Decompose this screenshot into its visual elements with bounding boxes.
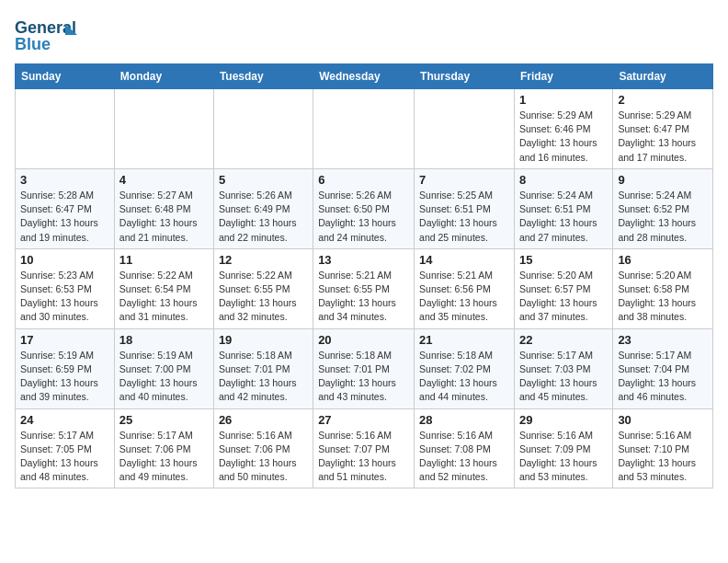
calendar-cell: 6Sunrise: 5:26 AM Sunset: 6:50 PM Daylig… (313, 168, 415, 248)
calendar-cell: 30Sunrise: 5:16 AM Sunset: 7:10 PM Dayli… (613, 408, 713, 488)
day-number: 20 (318, 333, 409, 347)
day-info: Sunrise: 5:26 AM Sunset: 6:50 PM Dayligh… (318, 189, 409, 245)
day-number: 18 (119, 333, 209, 347)
page-header: GeneralBlue (15, 15, 713, 56)
week-row-3: 10Sunrise: 5:23 AM Sunset: 6:53 PM Dayli… (16, 248, 713, 328)
weekday-header-friday: Friday (514, 64, 612, 89)
week-row-4: 17Sunrise: 5:19 AM Sunset: 6:59 PM Dayli… (16, 328, 713, 408)
day-info: Sunrise: 5:29 AM Sunset: 6:47 PM Dayligh… (618, 109, 708, 165)
day-number: 25 (119, 413, 209, 427)
calendar-cell: 7Sunrise: 5:25 AM Sunset: 6:51 PM Daylig… (415, 168, 515, 248)
calendar-cell: 26Sunrise: 5:16 AM Sunset: 7:06 PM Dayli… (213, 408, 313, 488)
day-number: 19 (219, 333, 308, 347)
weekday-header-monday: Monday (114, 64, 213, 89)
weekday-header-thursday: Thursday (415, 64, 515, 89)
weekday-header-sunday: Sunday (16, 64, 115, 89)
day-info: Sunrise: 5:21 AM Sunset: 6:55 PM Dayligh… (318, 269, 409, 325)
day-number: 10 (20, 253, 109, 267)
day-number: 21 (419, 333, 509, 347)
logo-icon: GeneralBlue (15, 15, 79, 56)
day-info: Sunrise: 5:17 AM Sunset: 7:06 PM Dayligh… (119, 429, 209, 485)
calendar-cell: 11Sunrise: 5:22 AM Sunset: 6:54 PM Dayli… (114, 248, 213, 328)
calendar-cell (16, 89, 115, 169)
calendar-cell: 25Sunrise: 5:17 AM Sunset: 7:06 PM Dayli… (114, 408, 213, 488)
calendar-cell: 21Sunrise: 5:18 AM Sunset: 7:02 PM Dayli… (415, 328, 515, 408)
day-number: 4 (119, 173, 209, 187)
day-info: Sunrise: 5:19 AM Sunset: 6:59 PM Dayligh… (20, 349, 109, 405)
day-info: Sunrise: 5:18 AM Sunset: 7:02 PM Dayligh… (419, 349, 509, 405)
day-number: 13 (318, 253, 409, 267)
calendar-cell: 1Sunrise: 5:29 AM Sunset: 6:46 PM Daylig… (514, 89, 612, 169)
day-number: 17 (20, 333, 109, 347)
calendar-cell: 2Sunrise: 5:29 AM Sunset: 6:47 PM Daylig… (613, 89, 713, 169)
day-info: Sunrise: 5:17 AM Sunset: 7:05 PM Dayligh… (20, 429, 109, 485)
weekday-header-tuesday: Tuesday (213, 64, 313, 89)
calendar-cell: 3Sunrise: 5:28 AM Sunset: 6:47 PM Daylig… (16, 168, 115, 248)
day-number: 22 (519, 333, 608, 347)
calendar-cell: 23Sunrise: 5:17 AM Sunset: 7:04 PM Dayli… (613, 328, 713, 408)
day-number: 30 (618, 413, 708, 427)
day-number: 3 (20, 173, 109, 187)
calendar-cell: 4Sunrise: 5:27 AM Sunset: 6:48 PM Daylig… (114, 168, 213, 248)
day-info: Sunrise: 5:26 AM Sunset: 6:49 PM Dayligh… (219, 189, 308, 245)
calendar-cell: 22Sunrise: 5:17 AM Sunset: 7:03 PM Dayli… (514, 328, 612, 408)
day-info: Sunrise: 5:24 AM Sunset: 6:51 PM Dayligh… (519, 189, 608, 245)
week-row-2: 3Sunrise: 5:28 AM Sunset: 6:47 PM Daylig… (16, 168, 713, 248)
calendar-cell: 10Sunrise: 5:23 AM Sunset: 6:53 PM Dayli… (16, 248, 115, 328)
logo: GeneralBlue (15, 15, 79, 56)
day-info: Sunrise: 5:29 AM Sunset: 6:46 PM Dayligh… (519, 109, 608, 165)
calendar: SundayMondayTuesdayWednesdayThursdayFrid… (15, 63, 713, 488)
day-info: Sunrise: 5:27 AM Sunset: 6:48 PM Dayligh… (119, 189, 209, 245)
day-info: Sunrise: 5:16 AM Sunset: 7:07 PM Dayligh… (318, 429, 409, 485)
calendar-body: 1Sunrise: 5:29 AM Sunset: 6:46 PM Daylig… (16, 89, 713, 488)
day-info: Sunrise: 5:23 AM Sunset: 6:53 PM Dayligh… (20, 269, 109, 325)
weekday-header-wednesday: Wednesday (313, 64, 415, 89)
day-info: Sunrise: 5:16 AM Sunset: 7:09 PM Dayligh… (519, 429, 608, 485)
calendar-cell: 20Sunrise: 5:18 AM Sunset: 7:01 PM Dayli… (313, 328, 415, 408)
day-number: 16 (618, 253, 708, 267)
svg-text:Blue: Blue (15, 35, 51, 53)
day-info: Sunrise: 5:22 AM Sunset: 6:55 PM Dayligh… (219, 269, 308, 325)
calendar-cell: 27Sunrise: 5:16 AM Sunset: 7:07 PM Dayli… (313, 408, 415, 488)
day-info: Sunrise: 5:22 AM Sunset: 6:54 PM Dayligh… (119, 269, 209, 325)
weekday-header-saturday: Saturday (613, 64, 713, 89)
day-number: 7 (419, 173, 509, 187)
day-info: Sunrise: 5:17 AM Sunset: 7:04 PM Dayligh… (618, 349, 708, 405)
calendar-cell: 9Sunrise: 5:24 AM Sunset: 6:52 PM Daylig… (613, 168, 713, 248)
day-number: 29 (519, 413, 608, 427)
day-number: 24 (20, 413, 109, 427)
day-number: 1 (519, 93, 608, 107)
day-number: 23 (618, 333, 708, 347)
day-info: Sunrise: 5:24 AM Sunset: 6:52 PM Dayligh… (618, 189, 708, 245)
day-number: 15 (519, 253, 608, 267)
day-number: 27 (318, 413, 409, 427)
day-info: Sunrise: 5:19 AM Sunset: 7:00 PM Dayligh… (119, 349, 209, 405)
day-info: Sunrise: 5:16 AM Sunset: 7:06 PM Dayligh… (219, 429, 308, 485)
calendar-cell: 8Sunrise: 5:24 AM Sunset: 6:51 PM Daylig… (514, 168, 612, 248)
day-number: 14 (419, 253, 509, 267)
calendar-cell: 18Sunrise: 5:19 AM Sunset: 7:00 PM Dayli… (114, 328, 213, 408)
week-row-1: 1Sunrise: 5:29 AM Sunset: 6:46 PM Daylig… (16, 89, 713, 169)
day-number: 2 (618, 93, 708, 107)
day-number: 8 (519, 173, 608, 187)
calendar-cell: 15Sunrise: 5:20 AM Sunset: 6:57 PM Dayli… (514, 248, 612, 328)
day-number: 9 (618, 173, 708, 187)
calendar-cell: 19Sunrise: 5:18 AM Sunset: 7:01 PM Dayli… (213, 328, 313, 408)
day-info: Sunrise: 5:20 AM Sunset: 6:58 PM Dayligh… (618, 269, 708, 325)
day-info: Sunrise: 5:16 AM Sunset: 7:08 PM Dayligh… (419, 429, 509, 485)
calendar-cell: 24Sunrise: 5:17 AM Sunset: 7:05 PM Dayli… (16, 408, 115, 488)
calendar-header: SundayMondayTuesdayWednesdayThursdayFrid… (16, 64, 713, 89)
day-info: Sunrise: 5:21 AM Sunset: 6:56 PM Dayligh… (419, 269, 509, 325)
calendar-cell (213, 89, 313, 169)
day-number: 6 (318, 173, 409, 187)
calendar-cell: 28Sunrise: 5:16 AM Sunset: 7:08 PM Dayli… (415, 408, 515, 488)
day-info: Sunrise: 5:28 AM Sunset: 6:47 PM Dayligh… (20, 189, 109, 245)
calendar-cell (313, 89, 415, 169)
day-number: 12 (219, 253, 308, 267)
day-info: Sunrise: 5:17 AM Sunset: 7:03 PM Dayligh… (519, 349, 608, 405)
calendar-cell: 13Sunrise: 5:21 AM Sunset: 6:55 PM Dayli… (313, 248, 415, 328)
calendar-cell (415, 89, 515, 169)
calendar-cell: 29Sunrise: 5:16 AM Sunset: 7:09 PM Dayli… (514, 408, 612, 488)
day-info: Sunrise: 5:18 AM Sunset: 7:01 PM Dayligh… (318, 349, 409, 405)
week-row-5: 24Sunrise: 5:17 AM Sunset: 7:05 PM Dayli… (16, 408, 713, 488)
